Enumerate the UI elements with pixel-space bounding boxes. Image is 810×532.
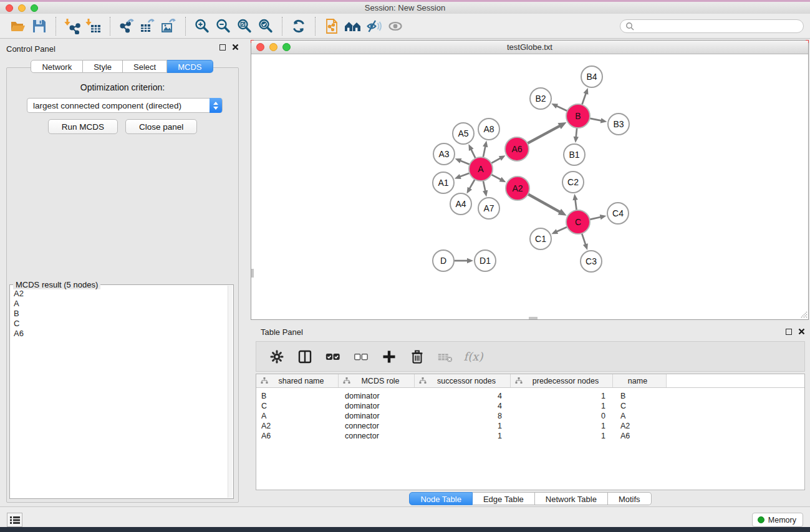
table-cell[interactable]: dominator — [339, 391, 415, 401]
vertical-scrollbar-thumb[interactable] — [251, 269, 254, 278]
split-columns-icon[interactable] — [297, 349, 313, 365]
table-cell[interactable]: 1 — [511, 431, 613, 441]
column-header-predecessor-nodes[interactable]: predecessor nodes — [511, 374, 613, 387]
zoom-in-icon[interactable] — [191, 16, 213, 36]
edge-C-C3[interactable] — [581, 232, 586, 246]
save-icon[interactable] — [29, 16, 50, 36]
tab-select[interactable]: Select — [123, 60, 167, 73]
table-cell[interactable]: 1 — [511, 391, 613, 401]
table-cell[interactable]: 8 — [415, 411, 511, 421]
table-row[interactable]: A6connector11A6 — [256, 431, 804, 441]
close-panel-icon[interactable] — [798, 328, 805, 335]
table-cell[interactable]: A — [613, 411, 667, 421]
result-item[interactable]: A6 — [11, 329, 228, 339]
criterion-select[interactable]: largest connected component (directed) — [27, 98, 223, 113]
edge-A6-B[interactable] — [526, 125, 562, 144]
edge-B-B3[interactable] — [589, 118, 603, 121]
table-cell[interactable]: 1 — [415, 421, 511, 431]
network-canvas[interactable]: AA1A2A3A4A5A6A7A8BB1B2B3B4CC1C2C3C4DD1 — [251, 54, 808, 319]
close-panel-button[interactable]: Close panel — [125, 119, 197, 134]
show-icon[interactable] — [385, 16, 406, 36]
table-cell[interactable]: 1 — [511, 421, 613, 431]
zoom-fit-icon[interactable] — [234, 16, 255, 36]
table-cell[interactable]: A — [256, 411, 339, 421]
edge-A-A5[interactable] — [470, 148, 476, 159]
resize-grip-icon[interactable] — [799, 310, 808, 319]
import-network-icon[interactable] — [62, 16, 83, 36]
open-folder-icon[interactable] — [7, 16, 29, 36]
horizontal-scrollbar-thumb[interactable] — [529, 317, 538, 319]
edge-A2-C[interactable] — [527, 193, 562, 213]
column-header-name[interactable]: name — [613, 374, 667, 387]
table-row[interactable]: Adominator80A — [256, 411, 804, 421]
table-cell[interactable]: A2 — [256, 421, 339, 431]
table-tab-node-table[interactable]: Node Table — [409, 492, 473, 505]
run-mcds-button[interactable]: Run MCDS — [48, 119, 118, 134]
gear-icon[interactable] — [269, 349, 285, 365]
export-network-icon[interactable] — [116, 16, 137, 36]
search-field[interactable] — [620, 19, 804, 33]
table-cell[interactable]: 0 — [511, 411, 613, 421]
table-cell[interactable]: 1 — [415, 431, 511, 441]
table-row[interactable]: Cdominator41C — [256, 401, 804, 411]
table-tab-edge-table[interactable]: Edge Table — [473, 492, 535, 505]
edge-A-A6[interactable] — [490, 158, 502, 164]
edge-C-C2[interactable] — [575, 198, 577, 211]
edge-A-A1[interactable] — [458, 173, 471, 177]
tab-network[interactable]: Network — [31, 60, 83, 73]
edge-A-A2[interactable] — [490, 174, 502, 180]
table-cell[interactable]: C — [613, 401, 667, 411]
delete-column-icon[interactable] — [409, 349, 425, 365]
select-all-icon[interactable] — [325, 349, 341, 365]
delete-table-icon[interactable] — [437, 349, 453, 365]
table-row[interactable]: A2connector11A2 — [256, 421, 804, 431]
import-table-icon[interactable] — [83, 16, 104, 36]
search-input[interactable] — [637, 22, 803, 31]
table-row[interactable]: Bdominator41B — [256, 391, 804, 401]
mcds-result-list[interactable]: A2ABCA6 — [11, 289, 228, 498]
column-header-shared-name[interactable]: shared name — [256, 374, 339, 387]
zoom-out-icon[interactable] — [213, 16, 234, 36]
table-cell[interactable]: A2 — [613, 421, 667, 431]
zoom-selected-icon[interactable] — [255, 16, 276, 36]
table-cell[interactable]: connector — [339, 431, 415, 441]
float-panel-icon[interactable] — [219, 44, 226, 51]
table-cell[interactable]: 1 — [511, 401, 613, 411]
tab-style[interactable]: Style — [83, 60, 123, 73]
table-tab-motifs[interactable]: Motifs — [608, 492, 652, 505]
hide-icon[interactable] — [364, 16, 385, 36]
new-network-file-icon[interactable] — [321, 16, 342, 36]
result-item[interactable]: B — [11, 309, 228, 319]
column-header-MCDS-role[interactable]: MCDS role — [339, 374, 415, 387]
result-item[interactable]: A — [11, 299, 228, 309]
tab-mcds[interactable]: MCDS — [167, 60, 213, 73]
float-panel-icon[interactable] — [786, 329, 792, 335]
result-item[interactable]: C — [11, 319, 228, 329]
add-column-icon[interactable] — [381, 349, 397, 365]
table-cell[interactable]: dominator — [339, 401, 415, 411]
export-table-icon[interactable] — [137, 16, 158, 36]
edge-C-C1[interactable] — [556, 226, 569, 232]
table-cell[interactable]: 4 — [415, 391, 511, 401]
export-image-icon[interactable] — [158, 16, 180, 36]
memory-button[interactable]: Memory — [752, 513, 803, 527]
table-cell[interactable]: dominator — [339, 411, 415, 421]
first-neighbors-icon[interactable] — [342, 16, 364, 36]
task-history-button[interactable] — [7, 513, 22, 527]
refresh-icon[interactable] — [288, 16, 309, 36]
edge-C-C4[interactable] — [589, 217, 602, 220]
function-builder-icon[interactable]: f(x) — [465, 349, 481, 365]
table-tab-network-table[interactable]: Network Table — [535, 492, 608, 505]
table-cell[interactable]: 4 — [415, 401, 511, 411]
edge-A-A7[interactable] — [483, 180, 485, 193]
deselect-all-icon[interactable] — [353, 349, 369, 365]
edge-B-B4[interactable] — [582, 92, 587, 106]
table-cell[interactable]: connector — [339, 421, 415, 431]
table-cell[interactable]: A6 — [256, 431, 339, 441]
network-window-titlebar[interactable]: testGlobe.txt — [251, 41, 808, 54]
edge-A-A4[interactable] — [469, 178, 476, 190]
edge-A-A8[interactable] — [483, 145, 485, 158]
column-header-successor-nodes[interactable]: successor nodes — [415, 374, 511, 387]
table-cell[interactable]: C — [256, 401, 339, 411]
result-scrollbar[interactable] — [228, 286, 233, 498]
